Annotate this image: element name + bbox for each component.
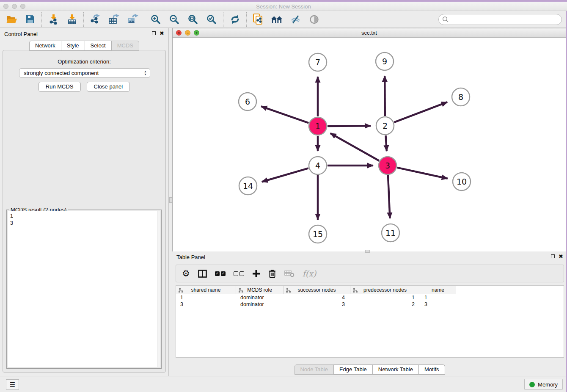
search-icon: [442, 16, 449, 25]
memory-button[interactable]: Memory: [524, 379, 563, 390]
column-tree-icon: [353, 287, 358, 294]
tab-mcds[interactable]: MCDS: [111, 41, 139, 51]
graph-edge-3-10[interactable]: [397, 168, 448, 179]
tab-style[interactable]: Style: [61, 41, 85, 51]
save-session-icon[interactable]: [24, 14, 36, 25]
import-network-icon[interactable]: [47, 14, 59, 25]
control-panel-title: Control Panel: [4, 31, 38, 37]
table-toolbar: ⚙ ✓✓ f(x): [176, 265, 564, 282]
graph-node-label-1: 1: [315, 121, 320, 131]
graph-node-label-10: 10: [457, 177, 467, 186]
graph-node-label-11: 11: [385, 228, 396, 237]
close-panel-button[interactable]: Close panel: [87, 82, 130, 92]
table-cell[interactable]: 2: [350, 301, 420, 308]
network-window-title: scc.txt: [173, 30, 566, 36]
close-panel-icon[interactable]: ✖: [160, 31, 164, 36]
export-image-icon[interactable]: [127, 14, 138, 25]
graph-edge-2-8[interactable]: [394, 102, 448, 122]
table-cell[interactable]: dominator: [236, 301, 284, 308]
result-scrollbar[interactable]: [157, 211, 160, 367]
eye-icon[interactable]: [308, 14, 320, 25]
search-input[interactable]: [438, 14, 562, 25]
window-title: Session: New Session: [0, 3, 567, 10]
node-table[interactable]: shared nameMCDS rolesuccessor nodesprede…: [176, 285, 564, 358]
run-mcds-button[interactable]: Run MCDS: [39, 82, 81, 92]
splitter-grip[interactable]: [169, 197, 172, 203]
column-header-shared-name[interactable]: shared name: [176, 286, 236, 294]
show-column-icon[interactable]: [198, 268, 207, 279]
horizontal-splitter-grip[interactable]: [365, 250, 370, 253]
float-panel-icon[interactable]: [551, 254, 555, 258]
zoom-out-icon[interactable]: [168, 14, 180, 25]
tab-network[interactable]: Network: [29, 41, 61, 51]
table-cell[interactable]: 3: [284, 301, 350, 308]
refresh-layout-icon[interactable]: [229, 14, 241, 25]
column-header-name[interactable]: name: [420, 286, 456, 294]
zoom-fit-icon[interactable]: [187, 14, 199, 25]
graph-node-label-3: 3: [385, 161, 390, 170]
vertical-splitter[interactable]: [168, 28, 172, 376]
export-table-icon[interactable]: [108, 14, 120, 25]
mcds-panel: Optimization criterion: strongly connect…: [3, 50, 166, 373]
table-panel-title: Table Panel: [176, 254, 205, 260]
float-panel-icon[interactable]: [152, 31, 156, 35]
graph-edge-4-14[interactable]: [262, 168, 308, 182]
open-session-icon[interactable]: [6, 14, 17, 25]
unselect-all-icon[interactable]: [234, 268, 244, 279]
control-panel: Control Panel ✖ NetworkStyleSelectMCDS O…: [0, 28, 168, 376]
close-panel-icon[interactable]: ✖: [559, 254, 563, 259]
table-cell[interactable]: 1: [420, 294, 456, 301]
tab-node-table[interactable]: Node Table: [294, 364, 334, 375]
add-row-icon[interactable]: [252, 268, 260, 279]
graph-edge-1-2[interactable]: [328, 126, 371, 126]
graph-node-label-9: 9: [382, 57, 387, 66]
graph-node-label-6: 6: [245, 97, 250, 106]
graph-node-label-4: 4: [315, 161, 320, 170]
table-cell[interactable]: 3: [420, 301, 456, 308]
table-row[interactable]: 1dominator411: [176, 294, 564, 301]
table-header-row: shared nameMCDS rolesuccessor nodesprede…: [176, 286, 564, 294]
select-all-icon[interactable]: ✓✓: [215, 268, 226, 279]
graph-node-label-7: 7: [315, 58, 320, 67]
memory-status-icon: [529, 382, 535, 387]
zoom-in-icon[interactable]: [150, 14, 162, 25]
column-header-MCDS-role[interactable]: MCDS role: [236, 286, 284, 294]
tab-select[interactable]: Select: [85, 41, 112, 51]
graph-edge-2-9[interactable]: [385, 76, 385, 116]
tab-edge-table[interactable]: Edge Table: [333, 364, 373, 375]
graph-edge-3-11[interactable]: [388, 175, 390, 218]
memory-label: Memory: [538, 381, 558, 388]
delete-icon[interactable]: [268, 268, 276, 279]
function-builder-icon[interactable]: f(x): [303, 268, 317, 279]
import-table-icon[interactable]: [66, 14, 78, 25]
network-canvas-svg[interactable]: 7968124314101511: [173, 38, 566, 251]
table-cell[interactable]: 3: [176, 301, 236, 308]
home-icon[interactable]: [271, 14, 283, 25]
attributes-gear-icon[interactable]: ⚙: [182, 268, 190, 279]
network-window: ✕ − + scc.txt 7968124314101511: [172, 28, 566, 251]
column-header-predecessor-nodes[interactable]: predecessor nodes: [350, 286, 420, 294]
zoom-selected-icon[interactable]: [206, 14, 217, 25]
table-cell[interactable]: 4: [284, 294, 350, 301]
network-canvas[interactable]: 7968124314101511: [173, 38, 566, 251]
table-tabs: Node TableEdge TableNetwork TableMotifs: [294, 364, 445, 375]
graph-edge-2-3[interactable]: [386, 135, 387, 151]
table-row[interactable]: 3dominator323: [176, 301, 564, 308]
show-panels-button[interactable]: ☰: [6, 379, 19, 390]
table-cell[interactable]: 1: [350, 294, 420, 301]
mcds-result-text[interactable]: 1 3: [8, 211, 157, 367]
graph-edges[interactable]: [261, 76, 448, 220]
graph-edge-3-1[interactable]: [330, 133, 379, 161]
tab-network-table[interactable]: Network Table: [372, 364, 419, 375]
table-cell[interactable]: dominator: [236, 294, 284, 301]
criterion-select[interactable]: strongly connected component ▲▼: [19, 68, 150, 78]
export-network-icon[interactable]: [89, 14, 101, 25]
delete-table-icon[interactable]: [284, 268, 295, 279]
table-cell[interactable]: 1: [176, 294, 236, 301]
graph-node-label-8: 8: [458, 92, 463, 102]
column-header-successor-nodes[interactable]: successor nodes: [284, 286, 350, 294]
graph-edge-1-6[interactable]: [261, 106, 308, 123]
clone-network-icon[interactable]: [252, 14, 264, 25]
tab-motifs[interactable]: Motifs: [418, 364, 445, 375]
hide-eye-icon[interactable]: [289, 14, 301, 25]
